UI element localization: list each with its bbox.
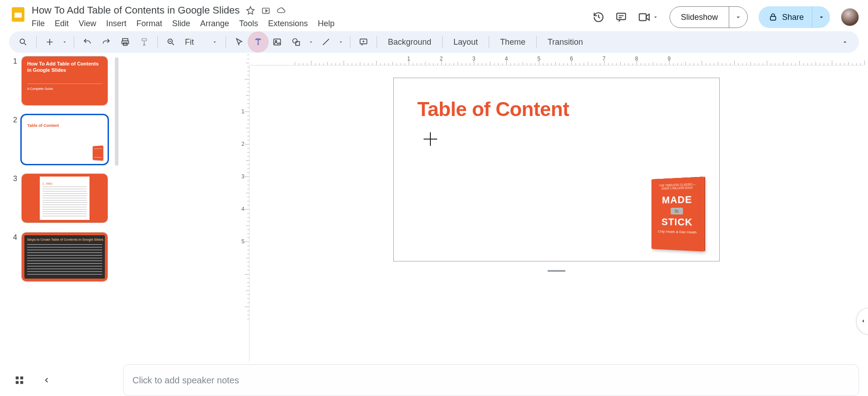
paint-format-button[interactable]	[137, 34, 152, 50]
select-tool-button[interactable]	[231, 34, 247, 50]
menu-format[interactable]: Format	[137, 19, 162, 28]
menu-file[interactable]: File	[32, 19, 45, 28]
menu-insert[interactable]: Insert	[106, 19, 127, 28]
filmstrip-scrollbar[interactable]	[115, 57, 118, 166]
menu-extensions[interactable]: Extensions	[268, 19, 308, 28]
svg-rect-5	[770, 16, 776, 20]
zoom-select[interactable]: Fit	[182, 37, 220, 47]
ruler-h-label: 2	[440, 56, 443, 62]
book-sub: Chip Heath & Dan Heath	[657, 229, 698, 234]
menu-tools[interactable]: Tools	[239, 19, 258, 28]
ruler-h-label: 4	[505, 56, 508, 62]
ruler-h-label: 8	[635, 56, 638, 62]
book-line1: MADE	[657, 194, 698, 206]
separator	[377, 36, 377, 48]
toolbar: Fit Background Layout Theme Transition	[9, 31, 859, 53]
separator	[350, 36, 350, 48]
canvas-area: 123456789 12345 Table of Content THE TIM…	[118, 55, 868, 362]
notes-resize-handle[interactable]	[547, 270, 566, 272]
background-button[interactable]: Background	[382, 37, 437, 48]
menu-slide[interactable]: Slide	[172, 19, 190, 28]
transition-button[interactable]: Transition	[542, 37, 588, 48]
thumb2-book-icon	[93, 145, 103, 161]
cloud-status-icon[interactable]	[277, 6, 286, 15]
slideshow-button-group: Slideshow	[670, 6, 748, 28]
undo-button[interactable]	[80, 34, 95, 50]
collapse-toolbar-icon[interactable]	[837, 34, 853, 50]
grid-view-icon[interactable]	[14, 375, 24, 385]
svg-point-6	[20, 39, 24, 43]
svg-rect-15	[296, 42, 299, 45]
ruler-v-label: 1	[241, 108, 245, 115]
svg-rect-17	[16, 377, 19, 379]
separator	[442, 36, 443, 48]
book-image[interactable]: THE TIMELESS CLASSIC—OVER 1 MILLION SOLD…	[650, 178, 704, 250]
share-dropdown[interactable]	[812, 6, 830, 28]
history-icon[interactable]	[593, 11, 604, 23]
vertical-ruler[interactable]: 12345	[240, 65, 250, 362]
separator	[74, 36, 74, 48]
account-avatar[interactable]	[841, 8, 859, 26]
book-tape: to	[670, 208, 683, 214]
new-slide-dropdown[interactable]	[61, 39, 68, 45]
move-icon[interactable]	[261, 6, 270, 15]
thumb2-title: Table of Content	[27, 123, 59, 128]
thumb1-title: How To Add Table of Contents in Google S…	[27, 61, 102, 74]
svg-rect-3	[617, 13, 626, 19]
thumbnail-1[interactable]: How To Add Table of Contents in Google S…	[22, 56, 108, 105]
share-button[interactable]: Share	[759, 6, 812, 28]
theme-button[interactable]: Theme	[495, 37, 531, 48]
line-dropdown[interactable]	[337, 39, 344, 45]
menu-bar: File Edit View Insert Format Slide Arran…	[32, 17, 593, 28]
separator	[226, 36, 226, 48]
slide-canvas[interactable]: Table of Content THE TIMELESS CLASSIC—OV…	[394, 78, 719, 261]
svg-rect-8	[122, 41, 129, 44]
slide-title-text[interactable]: Table of Content	[417, 98, 569, 121]
thumb-number: 4	[9, 233, 17, 242]
new-slide-button[interactable]	[42, 34, 57, 50]
shape-dropdown[interactable]	[307, 39, 315, 45]
layout-button[interactable]: Layout	[448, 37, 483, 48]
print-button[interactable]	[118, 34, 133, 50]
thumbnail-4[interactable]: Steps to Create Table of Contents in Goo…	[22, 233, 108, 281]
share-label: Share	[782, 13, 804, 22]
ruler-h-label: 1	[407, 56, 410, 62]
collapse-filmstrip-icon[interactable]	[42, 376, 51, 384]
thumb-number: 1	[9, 56, 17, 65]
star-icon[interactable]	[246, 6, 255, 15]
speaker-notes-input[interactable]: Click to add speaker notes	[123, 364, 859, 396]
separator	[489, 36, 489, 48]
share-button-group: Share	[759, 6, 830, 28]
add-comment-button[interactable]	[356, 34, 371, 50]
shape-tool-button[interactable]	[288, 34, 304, 50]
slideshow-button[interactable]: Slideshow	[670, 7, 729, 28]
ruler-v-label: 2	[241, 141, 245, 147]
slideshow-dropdown[interactable]	[729, 7, 747, 28]
book-line2: STICK	[657, 216, 698, 228]
menu-help[interactable]: Help	[318, 19, 335, 28]
thumbnail-3[interactable]: 1. Intro	[22, 174, 108, 223]
svg-rect-20	[20, 381, 23, 384]
horizontal-ruler[interactable]: 123456789	[250, 55, 863, 65]
svg-point-14	[293, 39, 297, 43]
search-menus-icon[interactable]	[15, 34, 31, 50]
zoom-out-icon[interactable]	[163, 34, 179, 50]
comments-icon[interactable]	[615, 11, 627, 23]
textbox-crosshair-cursor	[424, 132, 437, 146]
document-title[interactable]: How To Add Table of Contents in Google S…	[32, 5, 240, 16]
slides-logo[interactable]	[9, 5, 27, 23]
thumb3-title: 1. Intro	[42, 182, 52, 185]
svg-rect-1	[14, 13, 22, 18]
meet-button[interactable]	[638, 12, 659, 22]
menu-arrange[interactable]: Arrange	[200, 19, 229, 28]
svg-rect-19	[16, 381, 19, 384]
redo-button[interactable]	[99, 34, 114, 50]
line-tool-button[interactable]	[318, 34, 334, 50]
thumbnail-2[interactable]: Table of Content	[22, 115, 108, 164]
menu-edit[interactable]: Edit	[55, 19, 69, 28]
image-tool-button[interactable]	[269, 34, 285, 50]
textbox-tool-button[interactable]	[250, 34, 266, 50]
svg-rect-18	[20, 377, 23, 379]
ruler-v-label: 4	[241, 206, 245, 212]
menu-view[interactable]: View	[79, 19, 96, 28]
